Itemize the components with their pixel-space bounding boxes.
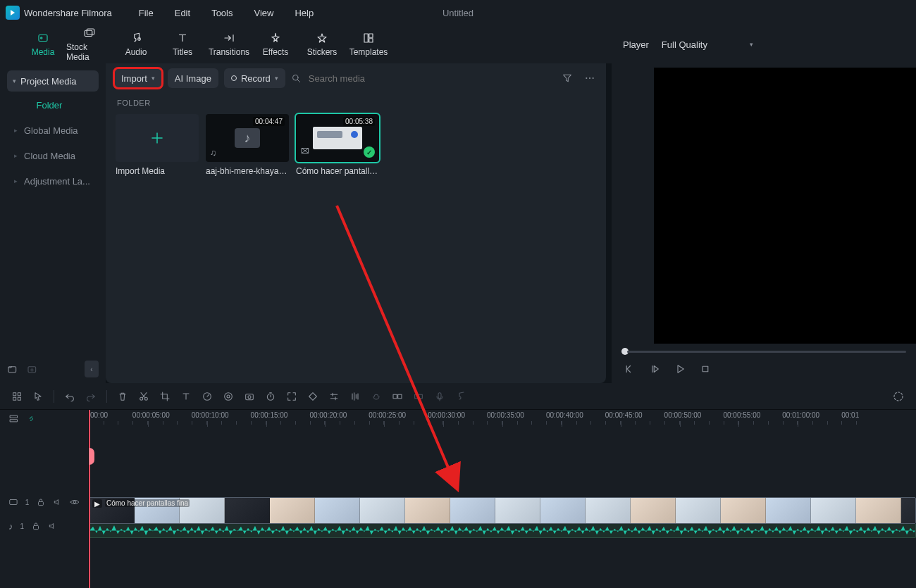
record-icon: [231, 75, 237, 81]
menu-view[interactable]: View: [245, 0, 282, 25]
duration-badge: 00:04:47: [253, 117, 285, 126]
more-icon[interactable]: [582, 70, 598, 86]
tab-label: Audio: [125, 47, 147, 57]
link-audio-icon[interactable]: [371, 391, 382, 402]
video-track[interactable]: ▶ Cómo hacer pantallas fina: [89, 490, 916, 527]
tab-titles[interactable]: Titles: [159, 25, 206, 63]
menu-file[interactable]: File: [130, 0, 162, 25]
keyframe-icon[interactable]: [307, 391, 318, 402]
svg-point-11: [586, 77, 587, 79]
svg-rect-28: [393, 394, 397, 398]
video-track-header[interactable]: 1: [0, 490, 88, 514]
tab-stickers[interactable]: Stickers: [299, 25, 345, 63]
thumb-caption: Cómo hacer pantallas ...: [296, 166, 379, 176]
mute-icon[interactable]: [48, 521, 58, 531]
media-thumb-video[interactable]: 00:05:38 ✓ Cómo hacer pantallas ...: [296, 114, 379, 176]
playhead[interactable]: [89, 410, 90, 588]
video-track-icon: [8, 497, 18, 507]
ai-image-button[interactable]: AI Image: [168, 68, 218, 88]
sidebar-item-global-media[interactable]: Global Media: [7, 118, 99, 142]
menu-help[interactable]: Help: [286, 0, 322, 25]
filter-icon[interactable]: [559, 70, 575, 86]
eye-icon[interactable]: [70, 497, 80, 507]
pointer-icon[interactable]: [32, 391, 44, 402]
voice-icon[interactable]: [434, 391, 445, 402]
sidebar-item-cloud-media[interactable]: Cloud Media: [7, 144, 99, 168]
sidebar-folder[interactable]: Folder: [7, 93, 99, 117]
audio-track[interactable]: [89, 527, 916, 551]
svg-point-26: [248, 395, 251, 398]
chevron-down-icon: ▾: [151, 75, 155, 82]
tab-templates[interactable]: Templates: [345, 25, 392, 63]
adjust-icon[interactable]: [328, 391, 340, 402]
sidebar-header[interactable]: ▾ Project Media: [7, 70, 99, 92]
audio-settings-icon[interactable]: [349, 391, 361, 402]
crop-icon[interactable]: [159, 391, 171, 402]
screenshot-icon[interactable]: [244, 391, 255, 402]
track-link-icon[interactable]: [26, 413, 37, 424]
svg-point-1: [41, 37, 42, 39]
record-button[interactable]: Record ▾: [224, 68, 285, 88]
new-folder-icon[interactable]: [7, 363, 18, 375]
new-folder-plus-icon[interactable]: [27, 363, 38, 375]
track-layout-icon[interactable]: [8, 413, 19, 424]
lock-icon[interactable]: [31, 521, 41, 531]
audio-corner-icon: ♫: [210, 148, 216, 158]
stop-icon[interactable]: [699, 363, 712, 375]
expand-icon[interactable]: [286, 391, 297, 402]
tab-stock-media[interactable]: Stock Media: [66, 25, 113, 63]
cut-icon[interactable]: [138, 391, 149, 402]
track-headers: 1 ♪ 1: [0, 410, 89, 588]
time-ruler[interactable]: 00:00 00:00:05:00 00:00:10:00 00:00:15:0…: [89, 410, 916, 427]
tab-media[interactable]: Media: [20, 25, 66, 63]
sidebar: ▾ Project Media Folder Global Media Clou…: [0, 63, 106, 383]
color-icon[interactable]: [223, 391, 234, 402]
svg-point-13: [593, 77, 594, 79]
svg-rect-34: [11, 415, 18, 418]
import-button[interactable]: Import ▾: [114, 68, 162, 88]
tab-effects[interactable]: Effects: [252, 25, 299, 63]
play-icon[interactable]: [674, 363, 686, 375]
lock-icon[interactable]: [36, 497, 46, 507]
media-panel: Import ▾ AI Image Record ▾ FO: [106, 63, 606, 383]
collapse-sidebar-button[interactable]: ‹: [85, 361, 99, 377]
speed-icon[interactable]: [202, 391, 213, 402]
svg-rect-15: [703, 366, 708, 372]
preview-viewport[interactable]: [654, 68, 916, 344]
audio-note-icon: ♪: [8, 521, 13, 532]
search-input[interactable]: [307, 73, 448, 85]
text-icon[interactable]: [180, 391, 192, 402]
delete-icon[interactable]: [117, 391, 128, 402]
sidebar-item-adjustment-layer[interactable]: Adjustment La...: [7, 169, 99, 193]
svg-rect-0: [39, 35, 47, 42]
render-icon[interactable]: [892, 390, 905, 403]
tab-label: Transitions: [209, 47, 249, 57]
mute-icon[interactable]: [53, 497, 63, 507]
music-note-icon[interactable]: [455, 391, 466, 402]
svg-rect-19: [18, 397, 20, 400]
grid-icon[interactable]: [11, 391, 23, 402]
transition-icon[interactable]: [392, 391, 403, 402]
import-media-tile[interactable]: Import Media: [116, 114, 199, 176]
title-bar: Wondershare Filmora File Edit Tools View…: [0, 0, 916, 25]
tab-audio[interactable]: Audio: [113, 25, 159, 63]
svg-rect-39: [34, 525, 39, 529]
quality-selector[interactable]: Full Quality ▾: [662, 39, 753, 50]
redo-icon[interactable]: [85, 391, 97, 402]
svg-rect-30: [415, 394, 419, 398]
video-clip[interactable]: ▶ Cómo hacer pantallas fina: [89, 497, 916, 524]
play-step-icon[interactable]: [648, 363, 661, 375]
svg-rect-3: [87, 29, 94, 35]
media-thumb-audio[interactable]: 00:04:47 ♪ ♫ aaj-bhi-mere-khayalo...: [206, 114, 289, 176]
undo-icon[interactable]: [64, 391, 75, 402]
document-title: Untitled: [442, 8, 474, 18]
svg-rect-29: [398, 394, 402, 398]
prev-frame-icon[interactable]: [623, 363, 636, 375]
audio-track-header[interactable]: ♪ 1: [0, 514, 88, 538]
menu-edit[interactable]: Edit: [166, 0, 199, 25]
timer-icon[interactable]: [265, 391, 276, 402]
tab-transitions[interactable]: Transitions: [206, 25, 252, 63]
menu-tools[interactable]: Tools: [203, 0, 241, 25]
scrub-bar[interactable]: [612, 348, 916, 355]
group-icon[interactable]: [413, 391, 424, 402]
